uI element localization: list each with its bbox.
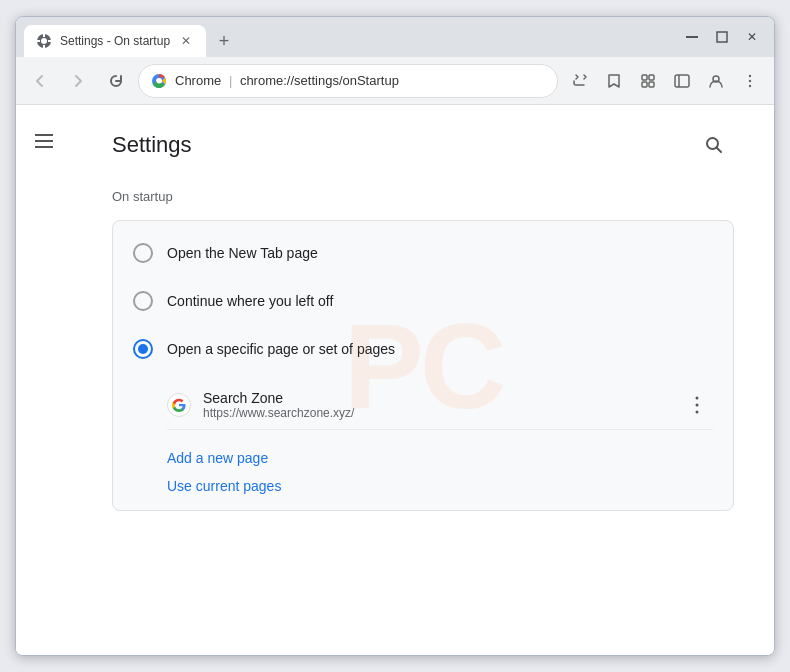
settings-main: Settings On startup PC Open the New Tab …: [72, 105, 774, 655]
toolbar: Chrome | chrome://settings/onStartup: [16, 57, 774, 105]
menu-button[interactable]: [734, 65, 766, 97]
svg-point-28: [696, 411, 699, 414]
svg-rect-15: [675, 75, 689, 87]
svg-rect-11: [642, 75, 647, 80]
use-current-pages-link[interactable]: Use current pages: [167, 478, 713, 494]
option-specific[interactable]: Open a specific page or set of pages: [113, 325, 733, 373]
svg-rect-7: [717, 32, 727, 42]
reload-button[interactable]: [100, 65, 132, 97]
svg-point-10: [157, 78, 162, 83]
option-new-tab-label: Open the New Tab page: [167, 245, 318, 261]
back-button[interactable]: [24, 65, 56, 97]
forward-button[interactable]: [62, 65, 94, 97]
hamburger-button[interactable]: [24, 121, 64, 161]
chrome-icon: [151, 73, 167, 89]
extensions-button[interactable]: [632, 65, 664, 97]
action-links: Add a new page Use current pages: [113, 438, 733, 502]
page-menu-button[interactable]: [681, 389, 713, 421]
tab-favicon: [36, 33, 52, 49]
svg-rect-4: [37, 40, 40, 42]
radio-specific[interactable]: [133, 339, 153, 359]
page-name: Search Zone: [203, 390, 669, 406]
startup-options-card: PC Open the New Tab page Continue where …: [112, 220, 734, 511]
minimize-button[interactable]: [678, 23, 706, 51]
bookmark-button[interactable]: [598, 65, 630, 97]
title-bar: Settings - On startup ✕ + ✕: [16, 17, 774, 57]
url-domain: Chrome: [175, 73, 221, 88]
page-favicon: [167, 393, 191, 417]
option-new-tab[interactable]: Open the New Tab page: [113, 229, 733, 277]
option-continue-label: Continue where you left off: [167, 293, 333, 309]
maximize-button[interactable]: [708, 23, 736, 51]
settings-search-button[interactable]: [694, 125, 734, 165]
pages-section: Search Zone https://www.searchzone.xyz/: [113, 373, 733, 438]
tab-title: Settings - On startup: [60, 34, 170, 48]
active-tab[interactable]: Settings - On startup ✕: [24, 25, 206, 57]
svg-point-1: [41, 38, 47, 44]
svg-point-27: [696, 404, 699, 407]
radio-new-tab[interactable]: [133, 243, 153, 263]
tab-close-button[interactable]: ✕: [178, 33, 194, 49]
svg-point-19: [749, 79, 751, 81]
browser-window: Settings - On startup ✕ + ✕: [15, 16, 775, 656]
page-info: Search Zone https://www.searchzone.xyz/: [203, 390, 669, 420]
svg-point-18: [749, 74, 751, 76]
radio-continue[interactable]: [133, 291, 153, 311]
toolbar-actions: [564, 65, 766, 97]
tab-strip: Settings - On startup ✕ +: [16, 17, 670, 57]
settings-title-row: Settings: [112, 125, 734, 165]
url-path: chrome://settings/onStartup: [240, 73, 399, 88]
section-heading: On startup: [112, 189, 734, 204]
page-entry: Search Zone https://www.searchzone.xyz/: [167, 381, 713, 430]
svg-rect-6: [686, 36, 698, 38]
option-specific-label: Open a specific page or set of pages: [167, 341, 395, 357]
settings-heading: Settings: [112, 132, 192, 158]
svg-rect-5: [48, 40, 51, 42]
url-separator: |: [229, 73, 232, 88]
sidebar-button[interactable]: [666, 65, 698, 97]
settings-content: Settings On startup PC Open the New Tab …: [16, 105, 774, 655]
svg-point-20: [749, 84, 751, 86]
profile-button[interactable]: [700, 65, 732, 97]
add-new-page-link[interactable]: Add a new page: [167, 450, 713, 466]
url-display: Chrome | chrome://settings/onStartup: [175, 73, 545, 88]
svg-rect-2: [43, 34, 45, 37]
svg-rect-13: [642, 82, 647, 87]
address-bar[interactable]: Chrome | chrome://settings/onStartup: [138, 64, 558, 98]
svg-rect-14: [649, 82, 654, 87]
window-controls: ✕: [670, 17, 774, 57]
option-continue[interactable]: Continue where you left off: [113, 277, 733, 325]
svg-line-25: [717, 148, 722, 153]
svg-point-26: [696, 397, 699, 400]
settings-sidebar: [16, 105, 72, 655]
new-tab-button[interactable]: +: [210, 27, 238, 55]
page-url: https://www.searchzone.xyz/: [203, 406, 669, 420]
svg-rect-3: [43, 45, 45, 48]
share-button[interactable]: [564, 65, 596, 97]
close-button[interactable]: ✕: [738, 23, 766, 51]
svg-rect-12: [649, 75, 654, 80]
